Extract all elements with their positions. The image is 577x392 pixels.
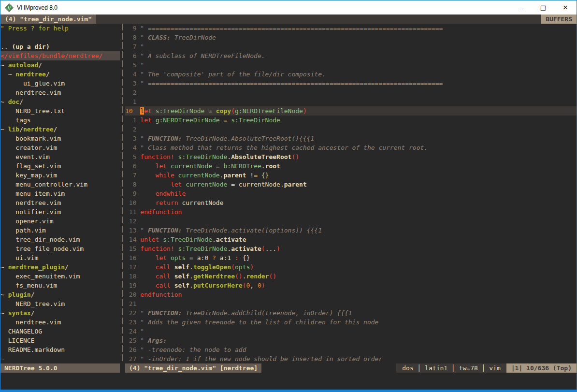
code-line[interactable]: 7 while currentNode.parent != {} [125, 171, 577, 180]
code-line[interactable]: 5 function! s:TreeDirNode.AbsoluteTreeRo… [125, 152, 577, 161]
line-number: 18 [125, 273, 140, 280]
code-line[interactable]: 20 endfunction [125, 290, 577, 299]
tree-item[interactable]: tree_file_node.vim [0, 244, 120, 253]
tree-item[interactable]: fs_menu.vim [0, 281, 120, 290]
code-line[interactable]: 26 " -treenode: the node to add [125, 345, 577, 354]
tree-item[interactable]: .. (up a dir) [0, 42, 120, 51]
token-t [140, 282, 155, 289]
maximize-button[interactable]: □ [532, 0, 554, 15]
line-number: 7 [125, 172, 140, 179]
code-line[interactable]: 9 " ====================================… [125, 24, 577, 33]
tab-tree-dir-node[interactable]: (4) "tree_dir_node.vim" [0, 15, 96, 24]
code-line[interactable]: 1 [125, 97, 577, 106]
token-kw: endfunction [140, 291, 182, 298]
tree-item[interactable]: notifier.vim [0, 207, 120, 217]
close-button[interactable]: ✕ [554, 0, 577, 15]
tree-item[interactable]: exec_menuitem.vim [0, 272, 120, 281]
tree-item[interactable]: ~ syntax/ [0, 308, 120, 318]
code-line[interactable]: 11 endfunction [125, 207, 577, 217]
tree-item[interactable]: bookmark.vim [0, 134, 120, 143]
status-filename: (4) "tree_dir_node.vim" [nerdtree] [125, 363, 261, 373]
tree-item[interactable]: nerdtree.vim [0, 88, 120, 97]
tree-item[interactable]: NERD_tree.txt [0, 106, 120, 116]
code-line[interactable]: 5 " [125, 60, 577, 70]
code-line[interactable]: 19 call self.putCursorHere(0, 0) [125, 281, 577, 290]
code-line[interactable]: 22 " FUNCTION: TreeDirNode.addChild(tree… [125, 308, 577, 318]
code-line[interactable]: 12 [125, 217, 577, 226]
code-line-current[interactable]: 10 let s:TreeDirNode = copy(g:NERDTreeFi… [125, 106, 577, 116]
code-line[interactable]: 17 call self.toggleOpen(opts) [125, 262, 577, 272]
vim-logo-icon [5, 3, 14, 12]
tree-item[interactable]: event.vim [0, 152, 120, 161]
command-line[interactable] [0, 373, 577, 390]
minimize-button[interactable]: – [510, 0, 532, 15]
tree-item[interactable]: menu_item.vim [0, 189, 120, 198]
token-fn: putCursorHere [193, 282, 243, 289]
code-line[interactable]: 18 call self.getNerdtree().render() [125, 272, 577, 281]
code-line[interactable]: 8 " CLASS: TreeDirNode [125, 33, 577, 42]
tree-item[interactable]: nerdtree.vim [0, 198, 120, 207]
tree-item[interactable]: tags [0, 116, 120, 125]
code-line[interactable]: 9 endwhile [125, 189, 577, 198]
tree-item[interactable]: ~ plugin/ [0, 290, 120, 299]
token-t: fs_menu.vim [0, 282, 57, 289]
tree-item[interactable]: path.vim [0, 226, 120, 235]
code-line[interactable]: 2 [125, 125, 577, 134]
tree-item[interactable]: key_map.vim [0, 171, 120, 180]
tree-item[interactable]: README.markdown [0, 345, 120, 354]
tree-item[interactable]: ~ nerdtree/ [0, 70, 120, 79]
tree-item[interactable]: ~ lib/nerdtree/ [0, 125, 120, 134]
code-line[interactable]: 4 " Class method that returns the highes… [125, 143, 577, 152]
tree-root-item[interactable]: </vimfiles/bundle/nerdtree/ [0, 51, 120, 60]
code-line[interactable]: 2 [125, 88, 577, 97]
code-line[interactable]: 27 " -inOrder: 1 if the new node should … [125, 354, 577, 363]
line-number: 23 [125, 319, 140, 326]
window-split-separator[interactable] [120, 24, 125, 363]
code-line[interactable]: 25 " Args: [125, 336, 577, 345]
token-t: , [250, 282, 258, 289]
token-kw: et [144, 107, 152, 115]
code-line[interactable]: 24 " [125, 327, 577, 336]
code-line[interactable]: 10 return currentNode [125, 198, 577, 207]
code-line[interactable]: 4 " The 'composite' part of the file/dir… [125, 70, 577, 79]
tree-item[interactable]: ~ doc/ [0, 97, 120, 106]
token-par: ( [261, 245, 265, 252]
tree-item[interactable]: NERD_tree.vim [0, 299, 120, 308]
tree-item[interactable]: " Press ? for help [0, 24, 120, 33]
tree-item[interactable] [0, 33, 120, 42]
token-t: menu_item.vim [0, 190, 65, 197]
tree-item[interactable]: nerdtree.vim [0, 318, 120, 327]
code-line[interactable]: 8 let currentNode = currentNode.parent [125, 180, 577, 189]
tree-item[interactable]: LICENCE [0, 336, 120, 345]
code-line[interactable]: 3 " FUNCTION: TreeDirNode.AbsoluteTreeRo… [125, 134, 577, 143]
tree-item[interactable]: opener.vim [0, 217, 120, 226]
tree-item[interactable]: tree_dir_node.vim [0, 235, 120, 244]
code-line[interactable]: 21 [125, 299, 577, 308]
code-line[interactable]: 7 " [125, 42, 577, 51]
tree-item[interactable]: flag_set.vim [0, 161, 120, 171]
code-line[interactable]: 6 " A subclass of NERDTreeFileNode. [125, 51, 577, 60]
code-line[interactable]: 6 let currentNode = b:NERDTree.root [125, 161, 577, 171]
tree-item[interactable]: creator.vim [0, 143, 120, 152]
line-number: 14 [125, 236, 140, 243]
tree-item[interactable]: ui_glue.vim [0, 79, 120, 88]
code-line[interactable]: 3 " ====================================… [125, 79, 577, 88]
code-line[interactable]: 23 " Adds the given treenode to the list… [125, 318, 577, 327]
code-line[interactable]: 1 let g:NERDTreeDirNode = s:TreeDirNode [125, 116, 577, 125]
code-line[interactable]: 16 let opts = a:0 ? a:1 : {} [125, 253, 577, 262]
tree-item[interactable]: menu_controller.vim [0, 180, 120, 189]
code-line[interactable]: 14 unlet s:TreeDirNode.activate [125, 235, 577, 244]
tree-item[interactable]: ui.vim [0, 253, 120, 262]
tree-item[interactable]: CHANGELOG [0, 327, 120, 336]
token-id: currentNode [178, 172, 220, 179]
token-com: " Adds the given treenode to the list of… [140, 319, 378, 326]
code-line[interactable]: 13 " FUNCTION: TreeDirNode.activate([opt… [125, 226, 577, 235]
nerdtree-status: NERDTree 5.0.0 [0, 363, 120, 373]
token-kw: endfunction [140, 208, 182, 216]
tree-item[interactable]: ~ [0, 354, 120, 363]
status-line: NERDTree 5.0.0 (4) "tree_dir_node.vim" [… [0, 363, 577, 373]
tree-item[interactable]: ~ nerdtree_plugin/ [0, 262, 120, 272]
token-com: " [140, 34, 148, 41]
tree-item[interactable]: ~ autoload/ [0, 60, 120, 70]
code-line[interactable]: 15 function! s:TreeDirNode.activate(...) [125, 244, 577, 253]
